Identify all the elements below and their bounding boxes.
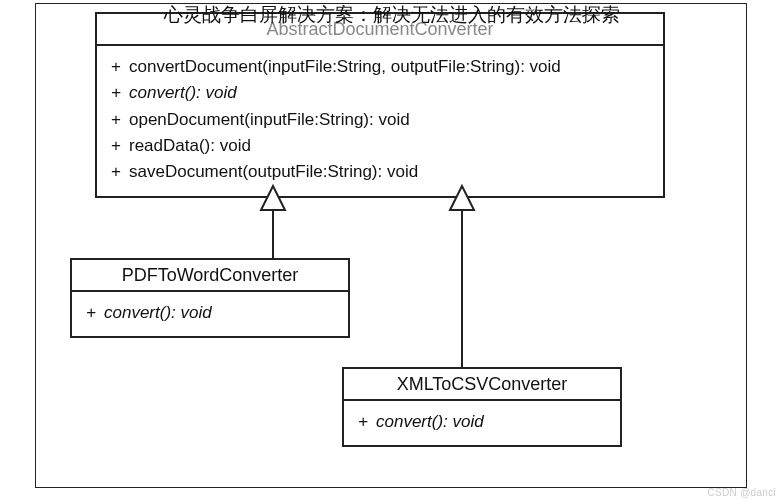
class-pdf-to-word-converter: PDFToWordConverter +convert(): void [70,258,350,338]
overlay-title: 心灵战争白屏解决方案：解决无法进入的有效方法探索 [0,2,784,28]
member: +convert(): void [358,409,610,435]
class-xml-to-csv-converter: XMLToCSVConverter +convert(): void [342,367,622,447]
class-body-pdf: +convert(): void [72,292,348,336]
class-abstract-document-converter: AbstractDocumentConverter +convertDocume… [95,12,665,198]
member: +saveDocument(outputFile:String): void [111,159,653,185]
member: +readData(): void [111,133,653,159]
class-name-pdf: PDFToWordConverter [72,260,348,292]
member: +convert(): void [111,80,653,106]
watermark: CSDN @danci [708,487,776,498]
class-body-abstract: +convertDocument(inputFile:String, outpu… [97,46,663,196]
member: +convert(): void [86,300,338,326]
class-body-xml: +convert(): void [344,401,620,445]
class-name-xml: XMLToCSVConverter [344,369,620,401]
member: +openDocument(inputFile:String): void [111,107,653,133]
member: +convertDocument(inputFile:String, outpu… [111,54,653,80]
